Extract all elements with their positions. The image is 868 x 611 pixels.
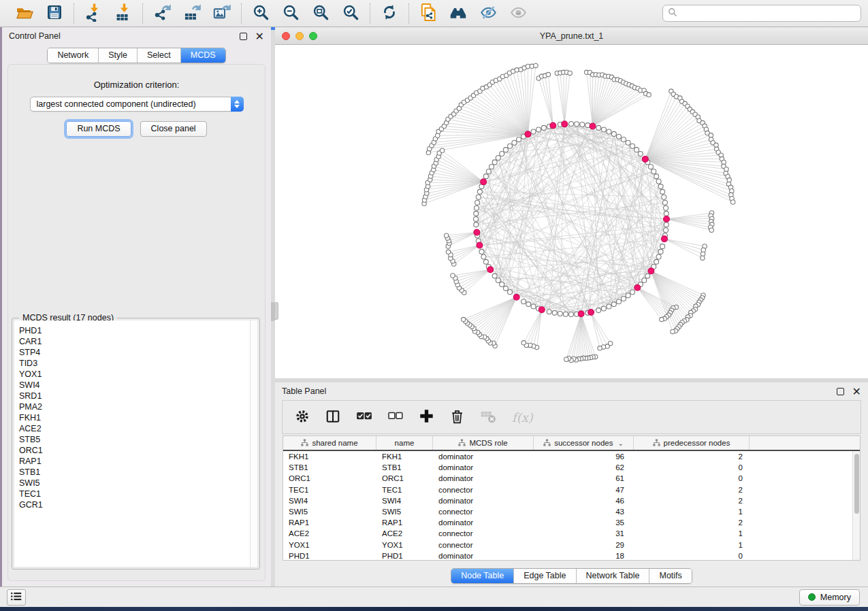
cell-shared-name[interactable]: FKH1: [283, 452, 376, 461]
mcds-result-item[interactable]: SWI5: [19, 478, 250, 489]
cell-name[interactable]: ORC1: [376, 474, 433, 482]
zoom-out-button[interactable]: [280, 3, 301, 24]
mcds-result-item[interactable]: PHD1: [19, 325, 250, 336]
table-row[interactable]: PHD1PHD1dominator180: [283, 550, 852, 561]
cell-predecessor-nodes[interactable]: 0: [634, 463, 750, 472]
add-row-button[interactable]: [419, 408, 434, 426]
open-session-button[interactable]: [14, 3, 35, 24]
cell-predecessor-nodes[interactable]: 2: [634, 452, 750, 461]
mcds-result-item[interactable]: STB1: [19, 467, 250, 478]
cell-shared-name[interactable]: STB1: [283, 463, 376, 472]
cell-successor-nodes[interactable]: 46: [534, 497, 634, 505]
cell-predecessor-nodes[interactable]: 0: [634, 552, 750, 560]
save-session-button[interactable]: [44, 3, 65, 24]
cell-MCDS-role[interactable]: dominator: [433, 463, 534, 472]
cell-name[interactable]: TEC1: [376, 486, 433, 494]
tab-motifs[interactable]: Motifs: [649, 569, 691, 583]
mcds-result-item[interactable]: STP4: [19, 347, 250, 358]
cell-successor-nodes[interactable]: 31: [534, 529, 634, 538]
cell-name[interactable]: STB1: [376, 463, 433, 472]
cell-predecessor-nodes[interactable]: 1: [634, 508, 750, 516]
cell-name[interactable]: ACE2: [376, 529, 433, 538]
zoom-fit-content-button[interactable]: [310, 3, 331, 24]
canvas-collapse-handle[interactable]: [275, 302, 278, 320]
zoom-window-icon[interactable]: [309, 32, 317, 40]
cell-name[interactable]: FKH1: [376, 452, 433, 461]
cell-MCDS-role[interactable]: connector: [433, 508, 534, 516]
mcds-result-item[interactable]: YOX1: [19, 369, 250, 380]
cell-MCDS-role[interactable]: dominator: [433, 474, 534, 482]
close-panel-button[interactable]: ✕: [255, 33, 264, 40]
cell-shared-name[interactable]: YOX1: [283, 541, 376, 549]
mcds-result-item[interactable]: SRD1: [19, 391, 250, 401]
hide-graphics-details-button[interactable]: [478, 3, 498, 24]
mcds-result-item[interactable]: SWI4: [19, 380, 250, 391]
table-row[interactable]: ACE2ACE2connector311: [283, 528, 852, 539]
export-network-button[interactable]: [152, 3, 172, 24]
cell-shared-name[interactable]: ORC1: [283, 474, 376, 482]
table-row[interactable]: FKH1FKH1dominator962: [283, 451, 852, 462]
tab-edge-table[interactable]: Edge Table: [513, 569, 575, 583]
cell-MCDS-role[interactable]: dominator: [433, 497, 534, 505]
zoom-selected-button[interactable]: [340, 3, 361, 24]
select-first-neighbors-button[interactable]: [448, 3, 468, 24]
column-header-MCDS-role[interactable]: MCDS role: [433, 436, 534, 450]
cell-shared-name[interactable]: RAP1: [283, 518, 376, 527]
cell-shared-name[interactable]: SWI5: [283, 508, 376, 516]
network-graph[interactable]: [275, 45, 868, 378]
column-header-shared-name[interactable]: shared name: [283, 436, 376, 450]
import-network-button[interactable]: [83, 3, 103, 24]
cell-name[interactable]: SWI4: [376, 497, 433, 505]
cell-shared-name[interactable]: PHD1: [283, 552, 376, 560]
search-input[interactable]: [681, 9, 856, 18]
table-vertical-scrollbar[interactable]: [852, 451, 860, 560]
cell-MCDS-role[interactable]: dominator: [433, 552, 534, 560]
cell-predecessor-nodes[interactable]: 2: [634, 518, 750, 527]
tab-network[interactable]: Network: [48, 48, 98, 63]
table-row[interactable]: ORC1ORC1dominator610: [283, 473, 852, 484]
unselect-all-checkboxes-button[interactable]: [388, 411, 403, 423]
cell-successor-nodes[interactable]: 96: [534, 452, 634, 461]
table-row[interactable]: SWI4SWI4dominator462: [283, 495, 852, 506]
close-table-panel-button[interactable]: ✕: [852, 388, 861, 395]
mcds-result-item[interactable]: PMA2: [19, 401, 250, 412]
cell-successor-nodes[interactable]: 18: [534, 552, 634, 560]
cell-MCDS-role[interactable]: dominator: [433, 452, 534, 461]
table-row[interactable]: STB1STB1dominator620: [283, 462, 852, 473]
float-window-button[interactable]: [240, 33, 247, 40]
table-settings-gear-button[interactable]: [295, 409, 310, 426]
mcds-result-item[interactable]: TEC1: [19, 489, 250, 499]
minimize-window-icon[interactable]: [295, 32, 304, 40]
mcds-result-item[interactable]: ORC1: [19, 445, 250, 456]
table-row[interactable]: TEC1TEC1connector472: [283, 484, 852, 495]
mcds-result-item[interactable]: GCR1: [19, 499, 250, 510]
run-mcds-button[interactable]: Run MCDS: [66, 121, 131, 137]
cell-name[interactable]: PHD1: [376, 552, 433, 560]
select-all-checkboxes-button[interactable]: [356, 410, 372, 424]
cell-successor-nodes[interactable]: 43: [534, 508, 634, 516]
mcds-result-item[interactable]: ACE2: [19, 423, 250, 434]
tab-node-table[interactable]: Node Table: [451, 569, 513, 583]
mcds-result-item[interactable]: STB5: [19, 434, 250, 445]
cell-successor-nodes[interactable]: 61: [534, 474, 634, 482]
cell-successor-nodes[interactable]: 47: [534, 486, 634, 494]
export-table-button[interactable]: [182, 3, 202, 24]
cell-name[interactable]: RAP1: [376, 518, 433, 527]
cell-predecessor-nodes[interactable]: 1: [634, 541, 750, 549]
tab-network-table[interactable]: Network Table: [576, 569, 649, 583]
cell-name[interactable]: YOX1: [376, 541, 433, 549]
task-history-button[interactable]: [7, 589, 26, 606]
mcds-list-scrollbar[interactable]: [250, 320, 257, 567]
cell-MCDS-role[interactable]: connector: [433, 541, 534, 549]
show-columns-button[interactable]: [325, 409, 340, 426]
cell-predecessor-nodes[interactable]: 2: [634, 497, 750, 505]
table-row[interactable]: SWI5SWI5connector431: [283, 506, 852, 517]
cell-successor-nodes[interactable]: 35: [534, 518, 634, 527]
close-window-icon[interactable]: [282, 32, 290, 40]
column-header-successor-nodes[interactable]: successor nodes⌄: [534, 436, 634, 450]
cell-MCDS-role[interactable]: connector: [433, 529, 534, 538]
cell-predecessor-nodes[interactable]: 2: [634, 486, 750, 494]
scrollbar-thumb[interactable]: [854, 454, 859, 514]
tab-mcds[interactable]: MCDS: [180, 48, 225, 63]
network-view-canvas[interactable]: [275, 45, 868, 378]
